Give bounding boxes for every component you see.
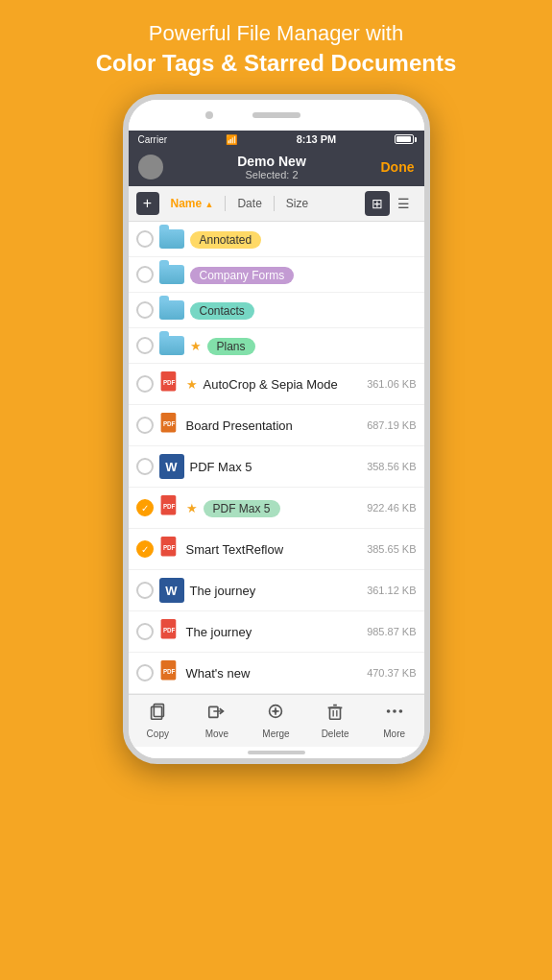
- separator-2: [274, 196, 275, 211]
- file-name-area: Plans: [207, 337, 417, 355]
- sort-date-button[interactable]: Date: [229, 194, 269, 213]
- svg-point-28: [398, 709, 402, 713]
- file-size-label: 985.87 KB: [367, 626, 416, 637]
- file-select-radio[interactable]: [136, 337, 154, 354]
- done-button[interactable]: Done: [381, 159, 415, 175]
- file-row[interactable]: Company Forms: [129, 257, 424, 293]
- file-select-radio[interactable]: [136, 664, 154, 681]
- svg-point-26: [386, 709, 390, 713]
- file-row[interactable]: PDF Smart TextReflow385.65 KB: [129, 529, 424, 570]
- file-row[interactable]: WThe journey361.12 KB: [129, 570, 424, 611]
- color-tag: Contacts: [190, 302, 254, 320]
- file-row[interactable]: PDF ★PDF Max 5922.46 KB: [129, 488, 424, 529]
- pdf-icon: PDF: [159, 619, 180, 644]
- tab-merge[interactable]: Merge: [247, 701, 306, 739]
- file-size-label: 922.46 KB: [367, 502, 416, 514]
- tab-delete[interactable]: Delete: [305, 701, 365, 739]
- svg-rect-15: [209, 706, 218, 717]
- nav-title-area: Demo New Selected: 2: [169, 154, 375, 180]
- sort-name-button[interactable]: Name ▲: [163, 194, 222, 213]
- tab-bar: Copy Move Merge Delete More: [129, 694, 424, 747]
- file-row[interactable]: ★Plans: [129, 328, 424, 364]
- star-icon: ★: [186, 377, 198, 392]
- tab-label-move: Move: [205, 729, 228, 739]
- file-row[interactable]: PDF Board Presentation687.19 KB: [129, 405, 424, 446]
- delete-icon: [324, 701, 346, 727]
- add-button[interactable]: +: [136, 192, 159, 215]
- file-name-area: AutoCrop & Sepia Mode: [204, 375, 362, 393]
- svg-text:PDF: PDF: [162, 544, 175, 551]
- wifi-icon: 📶: [226, 134, 237, 145]
- file-name-area: PDF Max 5: [204, 499, 362, 517]
- file-name-area: Contacts: [190, 301, 417, 320]
- file-size-label: 361.12 KB: [367, 585, 416, 596]
- file-name-area: What's new: [186, 664, 362, 681]
- file-select-radio[interactable]: [136, 499, 154, 516]
- separator-1: [225, 196, 226, 211]
- svg-text:PDF: PDF: [162, 668, 175, 675]
- pdf-icon: PDF: [159, 495, 180, 520]
- file-select-radio[interactable]: [136, 375, 154, 393]
- file-size-label: 470.37 KB: [367, 667, 416, 679]
- color-tag: Plans: [207, 338, 255, 355]
- file-select-radio[interactable]: [136, 582, 154, 599]
- file-name-label: Smart TextReflow: [186, 542, 284, 557]
- promo-header: Powerful File Manager with Color Tags & …: [67, 0, 486, 94]
- color-tag: Annotated: [190, 231, 262, 249]
- file-row[interactable]: PDF ★AutoCrop & Sepia Mode361.06 KB: [129, 364, 424, 405]
- file-select-radio[interactable]: [136, 230, 154, 248]
- grid-view-button[interactable]: ⊞: [365, 191, 390, 216]
- list-view-button[interactable]: ☰: [392, 191, 417, 216]
- tab-copy[interactable]: Copy: [129, 701, 188, 739]
- file-row[interactable]: Annotated: [129, 222, 424, 257]
- file-name-label: Board Presentation: [186, 418, 293, 433]
- file-name-label: AutoCrop & Sepia Mode: [204, 377, 338, 392]
- promo-line2: Color Tags & Starred Documents: [96, 50, 457, 77]
- file-row[interactable]: PDF What's new470.37 KB: [129, 653, 424, 694]
- battery-icon: [395, 134, 414, 144]
- file-name-label: The journey: [190, 584, 256, 598]
- file-row[interactable]: PDF The journey985.87 KB: [129, 611, 424, 653]
- word-icon: W: [159, 454, 184, 479]
- pdf-icon: PDF: [159, 413, 180, 438]
- word-icon: W: [159, 578, 184, 603]
- file-row[interactable]: Contacts: [129, 293, 424, 328]
- file-name-area: Board Presentation: [186, 417, 362, 434]
- carrier-label: Carrier: [138, 134, 168, 145]
- tab-label-copy: Copy: [147, 729, 169, 739]
- file-select-radio[interactable]: [136, 458, 154, 475]
- svg-text:PDF: PDF: [162, 627, 175, 633]
- camera: [205, 111, 213, 119]
- file-select-radio[interactable]: [136, 301, 154, 319]
- copy-icon: [147, 701, 168, 727]
- star-icon: ★: [190, 339, 202, 353]
- svg-text:PDF: PDF: [162, 379, 175, 386]
- svg-text:PDF: PDF: [162, 420, 175, 427]
- file-name-area: The journey: [190, 582, 362, 599]
- selection-subtitle: Selected: 2: [169, 169, 375, 180]
- sort-size-button[interactable]: Size: [278, 194, 316, 213]
- tab-move[interactable]: Move: [187, 701, 247, 739]
- svg-point-20: [275, 709, 278, 713]
- file-select-radio[interactable]: [136, 623, 154, 640]
- status-bar: Carrier 📶 8:13 PM: [129, 131, 424, 148]
- file-list: AnnotatedCompany FormsContacts★Plans PDF…: [129, 222, 424, 694]
- file-name-area: Company Forms: [190, 266, 417, 284]
- file-size-label: 687.19 KB: [367, 419, 416, 431]
- move-icon: [206, 701, 228, 727]
- file-select-radio[interactable]: [136, 540, 154, 558]
- back-circle-button[interactable]: [138, 155, 163, 179]
- merge-icon: [265, 701, 286, 727]
- star-icon: ★: [186, 501, 198, 515]
- svg-rect-12: [152, 706, 162, 719]
- svg-text:PDF: PDF: [162, 503, 175, 510]
- file-row[interactable]: WPDF Max 5358.56 KB: [129, 446, 424, 488]
- pdf-icon: PDF: [159, 537, 180, 562]
- file-name-label: What's new: [186, 666, 251, 681]
- tab-more[interactable]: More: [365, 701, 424, 739]
- file-select-radio[interactable]: [136, 417, 154, 434]
- pdf-icon: PDF: [159, 660, 180, 685]
- folder-icon: [159, 265, 184, 284]
- time-label: 8:13 PM: [297, 133, 337, 145]
- file-select-radio[interactable]: [136, 266, 154, 283]
